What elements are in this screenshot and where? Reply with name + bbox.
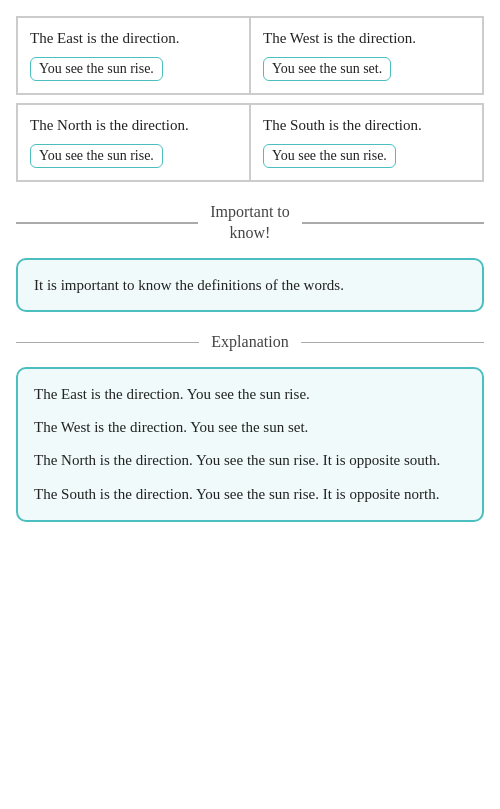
explanation-box: The East is the direction. You see the s… xyxy=(16,367,484,522)
info-box: It is important to know the definitions … xyxy=(16,258,484,313)
east-cell: The East is the direction. You see the s… xyxy=(17,17,250,94)
explanation-divider-line-left xyxy=(16,342,199,344)
west-description: The West is the direction. xyxy=(263,28,470,49)
explanation-divider: Explanation xyxy=(16,332,484,353)
divider-line-right xyxy=(302,222,484,224)
info-text: It is important to know the definitions … xyxy=(34,277,344,293)
explanation-north: The North is the direction. You see the … xyxy=(34,449,466,472)
direction-grid-row1: The East is the direction. You see the s… xyxy=(16,16,484,95)
explanation-west: The West is the direction. You see the s… xyxy=(34,416,466,439)
north-description: The North is the direction. xyxy=(30,115,237,136)
divider-line-left xyxy=(16,222,198,224)
east-description: The East is the direction. xyxy=(30,28,237,49)
east-badge: You see the sun rise. xyxy=(30,57,163,81)
explanation-east: The East is the direction. You see the s… xyxy=(34,383,466,406)
north-cell: The North is the direction. You see the … xyxy=(17,104,250,181)
direction-grid-row2: The North is the direction. You see the … xyxy=(16,103,484,182)
page-container: The East is the direction. You see the s… xyxy=(0,0,500,546)
south-badge: You see the sun rise. xyxy=(263,144,396,168)
west-cell: The West is the direction. You see the s… xyxy=(250,17,483,94)
north-badge: You see the sun rise. xyxy=(30,144,163,168)
south-description: The South is the direction. xyxy=(263,115,470,136)
important-divider-label: Important toknow! xyxy=(198,202,302,244)
south-cell: The South is the direction. You see the … xyxy=(250,104,483,181)
explanation-divider-line-right xyxy=(301,342,484,344)
explanation-divider-label: Explanation xyxy=(199,332,300,353)
explanation-south: The South is the direction. You see the … xyxy=(34,483,466,506)
west-badge: You see the sun set. xyxy=(263,57,391,81)
important-divider: Important toknow! xyxy=(16,202,484,244)
